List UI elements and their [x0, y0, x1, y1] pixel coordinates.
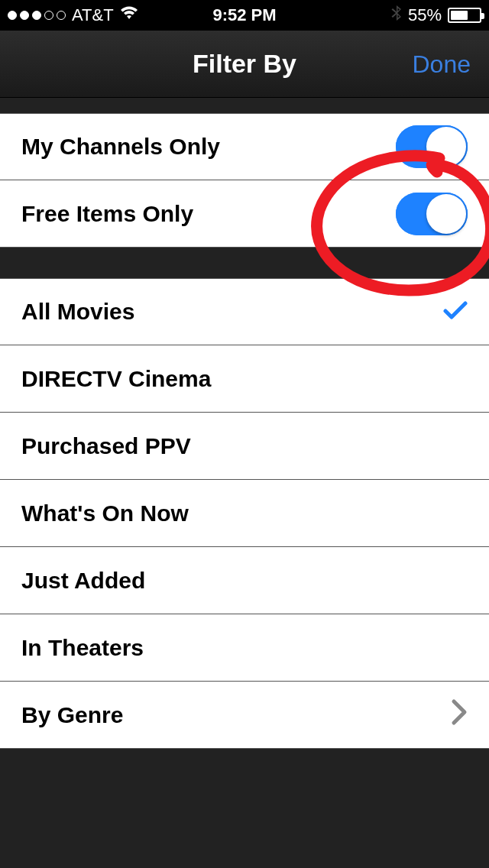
toggle-row-my-channels[interactable]: My Channels Only [0, 113, 489, 180]
status-bar: AT&T 9:52 PM 55% [0, 0, 489, 31]
option-label: All Movies [21, 299, 443, 325]
option-label: DIRECTV Cinema [21, 366, 468, 392]
filter-option-directv-cinema[interactable]: DIRECTV Cinema [0, 345, 489, 413]
filter-option-just-added[interactable]: Just Added [0, 547, 489, 614]
option-label: In Theaters [21, 635, 468, 661]
carrier-label: AT&T [72, 5, 114, 25]
filter-option-by-genre[interactable]: By Genre [0, 682, 489, 749]
page-header: Filter By Done [0, 31, 489, 98]
done-button[interactable]: Done [413, 50, 471, 78]
signal-strength-icon [8, 11, 66, 20]
filter-option-whats-on-now[interactable]: What's On Now [0, 480, 489, 547]
toggle-label: Free Items Only [21, 201, 396, 227]
wifi-icon [120, 5, 138, 25]
option-label: By Genre [21, 702, 451, 728]
section-gap [0, 248, 489, 278]
toggle-switch-free-items[interactable] [396, 193, 468, 235]
chevron-right-icon [451, 698, 468, 731]
battery-icon [448, 8, 481, 23]
filter-option-all-movies[interactable]: All Movies [0, 278, 489, 345]
filter-option-in-theaters[interactable]: In Theaters [0, 614, 489, 682]
option-label: Purchased PPV [21, 433, 468, 459]
option-label: What's On Now [21, 500, 468, 526]
bluetooth-icon [391, 5, 402, 26]
filter-option-purchased-ppv[interactable]: Purchased PPV [0, 413, 489, 480]
checkmark-icon [443, 296, 468, 328]
toggle-label: My Channels Only [21, 134, 396, 160]
status-left: AT&T [8, 5, 138, 25]
section-gap [0, 98, 489, 113]
option-label: Just Added [21, 568, 468, 594]
page-title: Filter By [193, 49, 296, 79]
status-right: 55% [391, 5, 481, 26]
toggle-switch-my-channels[interactable] [396, 125, 468, 168]
battery-pct: 55% [408, 5, 442, 25]
toggle-row-free-items[interactable]: Free Items Only [0, 180, 489, 248]
